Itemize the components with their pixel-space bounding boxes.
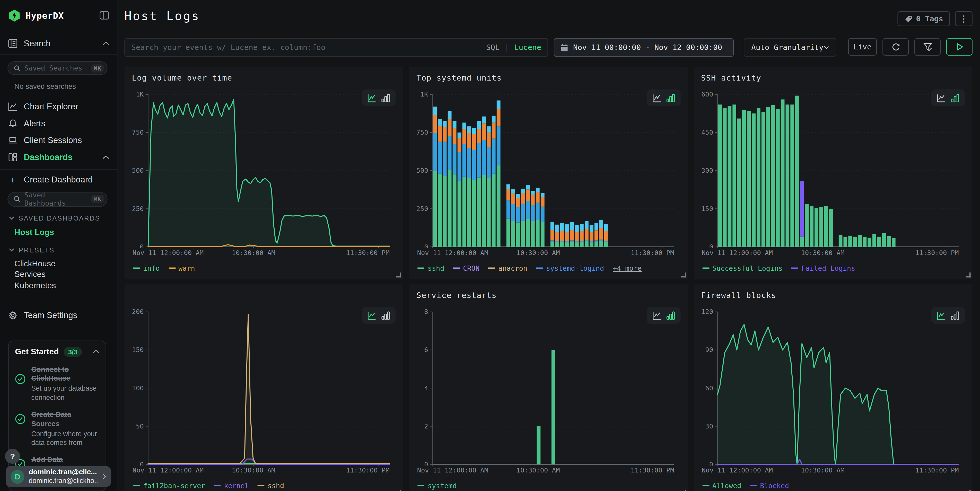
chart-plot-area[interactable]: 050100150200	[132, 303, 396, 466]
legend-item-successful-logins[interactable]: Successful Logins	[702, 264, 783, 272]
svg-text:2: 2	[425, 422, 428, 430]
sidebar-item-client-sessions[interactable]: Client Sessions	[0, 132, 118, 149]
legend-item-sshd[interactable]: sshd	[418, 264, 444, 272]
sidebar-preset-services[interactable]: Services	[14, 269, 118, 280]
chevron-up-icon[interactable]	[92, 350, 99, 354]
legend-swatch	[418, 485, 425, 486]
legend-item-systemd-logind[interactable]: systemd-logind	[536, 264, 604, 272]
play-icon	[955, 43, 964, 51]
chart-plot-area[interactable]: 02505007501K	[417, 86, 681, 248]
svg-text:30: 30	[705, 422, 713, 430]
saved-dashboards-input[interactable]: Saved Dashboards ⌘K	[8, 192, 108, 207]
date-range-value: Nov 11 00:00:00 - Nov 12 00:00:00	[573, 43, 722, 52]
saved-searches-input[interactable]: Saved Searches ⌘K	[8, 61, 108, 75]
line-chart-icon[interactable]	[368, 311, 377, 319]
svg-text:450: 450	[701, 129, 713, 136]
chart-title: Log volume over time	[132, 73, 396, 84]
bar-chart-icon[interactable]	[382, 94, 390, 102]
svg-text:750: 750	[417, 129, 428, 136]
chart-plot-area[interactable]: 0306090120	[701, 303, 965, 466]
more-options-button[interactable]: ⋮	[955, 11, 972, 26]
sql-toggle[interactable]: SQL	[486, 43, 500, 52]
sidebar-item-search[interactable]: Search	[0, 36, 118, 51]
run-query-button[interactable]	[946, 38, 972, 56]
resize-handle[interactable]	[396, 490, 401, 491]
user-menu[interactable]: D dominic.tran@clic... dominic.tran@clic…	[6, 466, 111, 487]
get-started-step-sources[interactable]: Create Data Sources Configure where your…	[15, 410, 99, 447]
bar-chart-icon[interactable]	[382, 311, 390, 319]
legend-item--4-more[interactable]: +4 more	[613, 264, 642, 272]
event-search-input[interactable]: Search your events w/ Lucene ex. column:…	[124, 38, 548, 57]
svg-text:0: 0	[425, 243, 428, 248]
line-chart-icon[interactable]	[937, 94, 945, 102]
tags-label: 0 Tags	[916, 14, 943, 23]
calendar-icon	[560, 43, 568, 52]
x-axis-label-end: 11:30:00 PM	[346, 466, 390, 474]
live-button[interactable]: Live	[848, 38, 877, 56]
svg-text:100: 100	[132, 384, 144, 392]
search-icon	[14, 196, 21, 203]
legend-item-fail2ban-server[interactable]: fail2ban-server	[133, 481, 205, 490]
sidebar-item-dashboards[interactable]: Dashboards	[0, 149, 118, 166]
legend-item-warn[interactable]: warn	[168, 264, 195, 272]
svg-text:90: 90	[705, 346, 713, 354]
chart-title	[132, 291, 396, 302]
chart-plot-area[interactable]: 02505007501K	[132, 86, 396, 248]
chart-plot-area[interactable]: 0150300450600	[701, 86, 965, 248]
legend-label: anacron	[498, 264, 527, 272]
resize-handle[interactable]	[966, 273, 970, 277]
line-chart-icon[interactable]	[652, 94, 661, 102]
lucene-toggle[interactable]: Lucene	[514, 43, 541, 52]
granularity-select[interactable]: Auto Granularity	[744, 38, 836, 57]
sidebar-preset-kubernetes[interactable]: Kubernetes	[14, 280, 118, 291]
legend-label: Successful Logins	[712, 264, 783, 272]
date-range-input[interactable]: Nov 11 00:00:00 - Nov 12 00:00:00	[554, 38, 734, 57]
legend-item-kernel[interactable]: kernel	[214, 481, 248, 490]
bar-chart-icon[interactable]	[666, 94, 675, 102]
refresh-button[interactable]	[883, 38, 909, 56]
line-chart-icon[interactable]	[937, 311, 945, 319]
search-panel-icon	[8, 38, 18, 48]
line-chart-icon[interactable]	[652, 311, 661, 319]
chart-title: Firewall blocks	[701, 291, 965, 302]
x-axis-label-mid: 10:30:00 AM	[801, 466, 845, 474]
bar-chart-icon[interactable]	[951, 94, 959, 102]
legend-item-blocked[interactable]: Blocked	[750, 481, 789, 490]
chart-card-ssh-activity: SSH activity 0150300450600 Nov 11 12:00:…	[694, 67, 972, 280]
svg-text:0: 0	[425, 460, 428, 466]
legend-item-failed-logins[interactable]: Failed Logins	[791, 264, 855, 272]
resize-handle[interactable]	[966, 490, 970, 491]
saved-dashboards-section-header[interactable]: SAVED DASHBOARDS	[9, 215, 118, 222]
chart-canvas: 0150300450600	[701, 86, 965, 248]
legend-item-allowed[interactable]: Allowed	[702, 481, 741, 490]
line-chart-icon[interactable]	[368, 94, 377, 102]
chart-canvas: 02505007501K	[417, 86, 680, 248]
resize-handle[interactable]	[681, 273, 686, 277]
sidebar-item-chart-explorer[interactable]: Chart Explorer	[0, 98, 118, 115]
sidebar-preset-clickhouse[interactable]: ClickHouse	[14, 257, 118, 269]
legend-item-info[interactable]: info	[133, 264, 159, 272]
create-dashboard-button[interactable]: + Create Dashboard	[0, 172, 118, 188]
legend-item-sshd[interactable]: sshd	[258, 481, 284, 490]
presets-section-header[interactable]: PRESETS	[9, 246, 118, 254]
legend-item-anacron[interactable]: anacron	[488, 264, 527, 272]
sidebar-item-alerts[interactable]: Alerts	[0, 115, 118, 132]
legend-item-systemd[interactable]: systemd	[418, 481, 457, 490]
chart-canvas: 02468	[417, 303, 680, 466]
resize-handle[interactable]	[396, 273, 401, 277]
tags-button[interactable]: 0 Tags	[897, 11, 950, 26]
legend-label: systemd-logind	[546, 264, 604, 272]
bar-chart-icon[interactable]	[666, 311, 675, 319]
legend-item-cron[interactable]: CRON	[453, 264, 479, 272]
filter-button[interactable]	[915, 38, 940, 56]
x-axis-label-start: Nov 11 12:00:00 AM	[417, 466, 488, 474]
resize-handle[interactable]	[681, 490, 686, 491]
help-button[interactable]: ?	[5, 449, 20, 464]
get-started-step-connect[interactable]: Connect to ClickHouse Set up your databa…	[15, 365, 99, 402]
chart-legend: sshdCRONanacronsystemd-logind+4 more	[417, 257, 681, 276]
chart-plot-area[interactable]: 02468	[417, 303, 681, 466]
bar-chart-icon[interactable]	[951, 311, 959, 319]
sidebar-item-team-settings[interactable]: Team Settings	[0, 307, 118, 323]
sidebar-dashboard-host-logs[interactable]: Host Logs	[14, 226, 118, 238]
collapse-sidebar-button[interactable]	[99, 11, 110, 20]
